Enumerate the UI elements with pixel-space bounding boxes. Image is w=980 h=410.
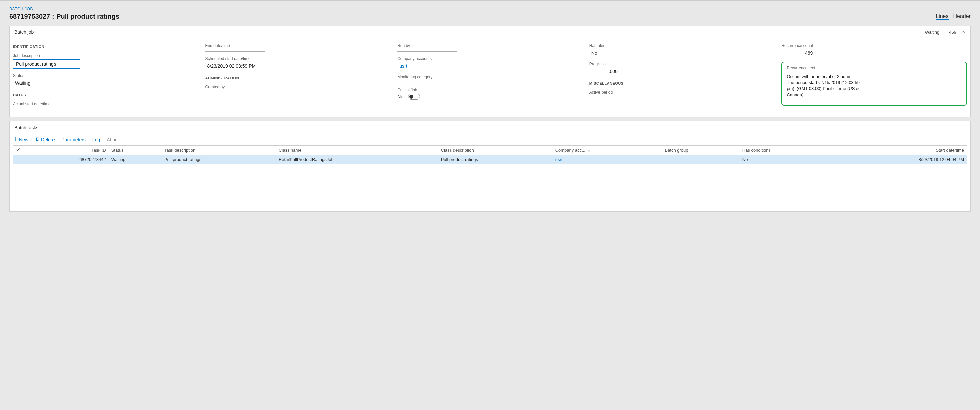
col-runby: Run by Company accounts usrt Monitoring …: [397, 43, 583, 110]
col-has-conditions[interactable]: Has conditions: [740, 145, 830, 155]
cell-task-description: Pull product ratings: [161, 155, 276, 164]
parameters-button[interactable]: Parameters: [61, 137, 85, 142]
critical-job-toggle[interactable]: [408, 94, 420, 100]
recurrence-count-label: Recurrence count: [781, 43, 967, 48]
tab-header[interactable]: Header: [953, 13, 970, 21]
page-title: 68719753027 : Pull product ratings: [10, 13, 119, 21]
identification-heading: IDENTIFICATION: [13, 45, 199, 48]
col-task-description[interactable]: Task description: [161, 145, 276, 155]
end-date-value: [205, 49, 266, 51]
progress-label: Progress: [589, 62, 775, 66]
monitoring-category-value: [397, 81, 457, 83]
job-description-label: Job description: [13, 53, 199, 58]
col-batch-group[interactable]: Batch group: [662, 145, 739, 155]
tab-lines[interactable]: Lines: [935, 13, 948, 21]
run-by-value: [397, 49, 457, 51]
col-company-accounts-label: Company acc...: [555, 148, 585, 153]
batch-tasks-panel-header[interactable]: Batch tasks: [10, 121, 970, 134]
batch-tasks-panel: Batch tasks New Delete Parameters Log Ab…: [10, 121, 970, 212]
col-class-name[interactable]: Class name: [276, 145, 438, 155]
grid-empty-space: [10, 168, 970, 211]
recurrence-text-value: Occurs with an interval of 2 hours. The …: [787, 72, 864, 101]
dates-heading: DATES: [13, 93, 199, 97]
misc-heading: MISCELLANEOUS: [589, 81, 775, 85]
filter-icon[interactable]: [587, 149, 591, 152]
batch-tasks-grid: Task ID Status Task description Class na…: [13, 145, 967, 164]
col-identification: IDENTIFICATION Job description Status Wa…: [13, 43, 199, 110]
batch-job-panel-header[interactable]: Batch job Waiting 469: [10, 26, 970, 38]
status-label: Status: [13, 73, 199, 78]
cell-start-date: 8/23/2019 12:04:04 PM: [830, 155, 967, 164]
cell-company-accounts[interactable]: usrt: [553, 155, 662, 164]
cell-task-id: 68720278442: [23, 155, 109, 164]
row-selector[interactable]: [13, 155, 23, 164]
scheduled-start-label: Scheduled start date/time: [205, 56, 391, 61]
breadcrumb[interactable]: BATCH JOB: [10, 7, 970, 11]
end-date-label: End date/time: [205, 43, 391, 48]
scheduled-start-input[interactable]: [205, 62, 272, 70]
batch-job-status-summary: Waiting: [925, 30, 939, 35]
run-by-label: Run by: [397, 43, 583, 48]
company-accounts-label: Company accounts: [397, 56, 583, 61]
view-switch: Lines Header: [935, 13, 970, 21]
critical-job-label: Critical Job: [397, 88, 583, 93]
batch-job-count-summary: 469: [949, 30, 956, 35]
new-button-label: New: [19, 137, 29, 142]
batch-tasks-toolbar: New Delete Parameters Log Abort: [10, 134, 970, 145]
status-value: Waiting: [13, 79, 63, 87]
recurrence-count-value: 469: [781, 49, 815, 57]
page-root: BATCH JOB 68719753027 : Pull product rat…: [0, 1, 980, 222]
batch-job-panel-title: Batch job: [14, 29, 34, 35]
abort-button: Abort: [107, 137, 118, 142]
delete-button-label: Delete: [41, 137, 54, 142]
created-by-label: Created by: [205, 85, 391, 89]
log-button[interactable]: Log: [92, 137, 100, 142]
cell-class-description: Pull product ratings: [438, 155, 553, 164]
cell-has-conditions: No: [740, 155, 830, 164]
batch-job-panel: Batch job Waiting 469 IDENTIFICATION Job…: [10, 26, 970, 117]
col-company-accounts[interactable]: Company acc...: [553, 145, 662, 155]
new-button[interactable]: New: [13, 137, 29, 142]
check-icon: [16, 148, 20, 153]
chevron-up-icon[interactable]: [961, 30, 966, 35]
col-start-date[interactable]: Start date/time: [830, 145, 967, 155]
recurrence-highlight: Recurrence text Occurs with an interval …: [781, 62, 967, 106]
actual-start-label: Actual start date/time: [13, 102, 199, 107]
table-row[interactable]: 68720278442 Waiting Pull product ratings…: [13, 155, 967, 164]
critical-job-value: No: [397, 94, 403, 99]
col-select[interactable]: [13, 145, 23, 155]
col-alert-misc: Has alert No Progress 0.00 MISCELLANEOUS…: [589, 43, 775, 110]
actual-start-value: [13, 108, 73, 110]
cell-class-name: RetailPullProductRatingsJob: [276, 155, 438, 164]
cell-batch-group: [662, 155, 739, 164]
col-task-id[interactable]: Task ID: [23, 145, 109, 155]
divider: [944, 29, 944, 35]
job-description-input[interactable]: [13, 59, 80, 69]
col-class-description[interactable]: Class description: [438, 145, 553, 155]
plus-icon: [13, 137, 18, 142]
trash-icon: [35, 137, 40, 142]
batch-tasks-title: Batch tasks: [14, 125, 38, 130]
monitoring-category-label: Monitoring category: [397, 75, 583, 79]
active-period-label: Active period: [589, 90, 775, 95]
administration-heading: ADMINISTRATION: [205, 76, 391, 80]
has-alert-value: No: [589, 49, 630, 57]
cell-status: Waiting: [109, 155, 161, 164]
active-period-value: [589, 96, 650, 98]
delete-button[interactable]: Delete: [35, 137, 54, 142]
grid-header-row: Task ID Status Task description Class na…: [13, 145, 967, 155]
recurrence-text-label: Recurrence text: [787, 65, 962, 70]
col-recurrence: Recurrence count 469 Recurrence text Occ…: [781, 43, 967, 110]
created-by-value: [205, 91, 266, 93]
progress-value: 0.00: [589, 68, 620, 75]
company-accounts-value[interactable]: usrt: [397, 62, 457, 70]
col-status[interactable]: Status: [109, 145, 161, 155]
title-row: 68719753027 : Pull product ratings Lines…: [10, 13, 970, 21]
has-alert-label: Has alert: [589, 43, 775, 48]
col-dates-admin: End date/time Scheduled start date/time …: [205, 43, 391, 110]
